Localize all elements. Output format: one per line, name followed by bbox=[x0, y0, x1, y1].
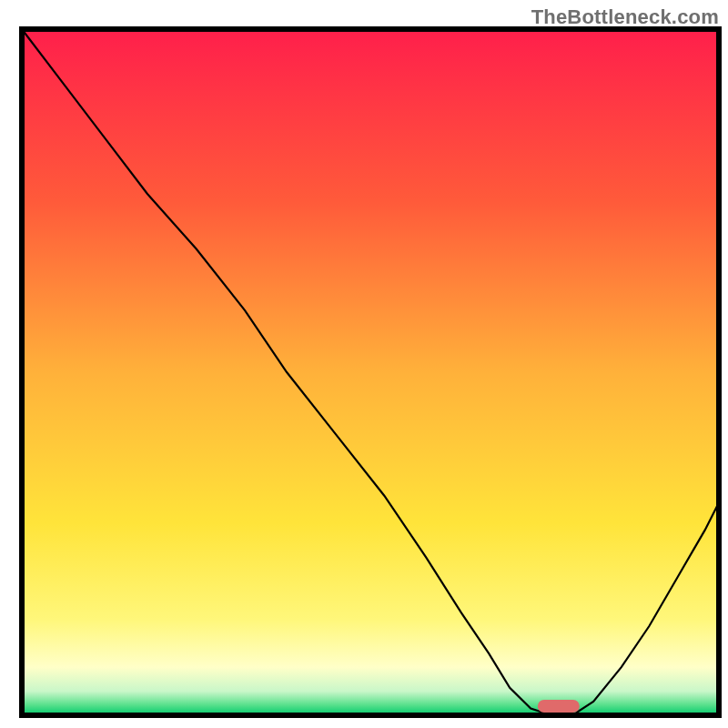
plot-background bbox=[22, 29, 719, 715]
optimal-marker bbox=[538, 700, 580, 713]
bottleneck-chart: TheBottleneck.com bbox=[0, 0, 728, 728]
chart-canvas bbox=[0, 0, 728, 728]
